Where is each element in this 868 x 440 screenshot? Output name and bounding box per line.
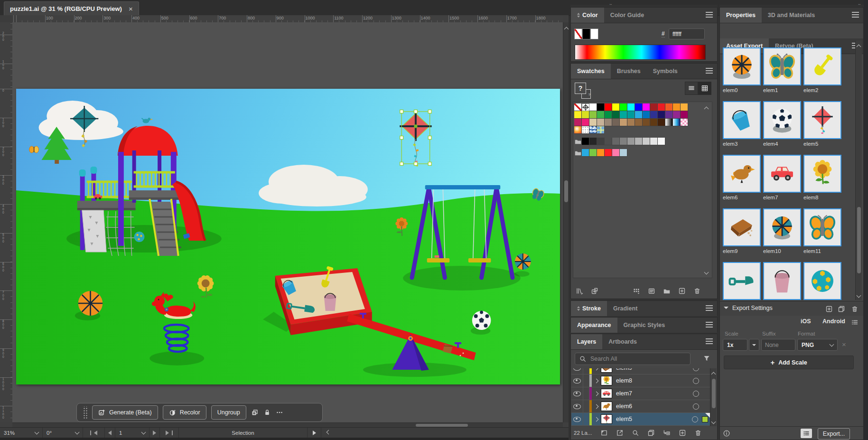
- asset-label[interactable]: elem10: [763, 248, 801, 254]
- tab-brushes[interactable]: Brushes: [611, 64, 647, 79]
- asset-label[interactable]: elem11: [803, 248, 841, 254]
- asset-item-elem0[interactable]: elem0: [723, 47, 761, 93]
- asset-item[interactable]: [803, 262, 841, 300]
- swatch[interactable]: [658, 111, 665, 119]
- swatch[interactable]: [643, 103, 650, 111]
- swatch[interactable]: [582, 138, 589, 145]
- panel-menu-icon[interactable]: [706, 322, 713, 328]
- close-tab-icon[interactable]: ×: [129, 5, 133, 13]
- panel-menu-icon[interactable]: [706, 68, 713, 75]
- swatch[interactable]: [681, 119, 688, 126]
- panel-menu-icon[interactable]: [706, 338, 713, 345]
- asset-item-elem4[interactable]: elem4: [763, 101, 801, 147]
- swatch[interactable]: [620, 119, 627, 126]
- swatch[interactable]: [627, 138, 635, 145]
- grid-view-button[interactable]: [698, 82, 711, 95]
- expand-chevron-icon[interactable]: [594, 378, 599, 383]
- swatch[interactable]: [589, 149, 597, 157]
- asset-label[interactable]: elem1: [763, 87, 801, 93]
- layer-thumbnail[interactable]: [601, 368, 612, 373]
- asset-thumbnail[interactable]: [803, 208, 841, 246]
- swatch[interactable]: [612, 149, 620, 157]
- asset-thumbnail[interactable]: [803, 155, 841, 193]
- expand-chevron-icon[interactable]: [594, 404, 599, 409]
- swatch[interactable]: [658, 119, 665, 126]
- swatch[interactable]: [665, 111, 673, 119]
- swatch[interactable]: [635, 138, 643, 145]
- artboard[interactable]: [16, 89, 560, 384]
- layer-name[interactable]: elem5: [616, 416, 692, 422]
- ruler-origin[interactable]: [0, 15, 13, 23]
- visibility-toggle[interactable]: [571, 400, 583, 412]
- layer-name[interactable]: elem6: [616, 403, 693, 410]
- swatch[interactable]: [673, 103, 681, 111]
- panel-menu-icon[interactable]: [706, 12, 713, 19]
- swatch[interactable]: [650, 138, 658, 145]
- tab-graphic-styles[interactable]: Graphic Styles: [617, 318, 672, 333]
- ios-button[interactable]: iOS: [801, 318, 811, 325]
- settings-list-icon[interactable]: [851, 318, 859, 326]
- asset-item-elem9[interactable]: elem9: [723, 208, 761, 254]
- asset-label[interactable]: elem9: [723, 248, 761, 254]
- status-play-icon[interactable]: [307, 428, 321, 438]
- color-group-folder-icon[interactable]: [574, 138, 582, 145]
- swatch[interactable]: [612, 138, 620, 145]
- swatch-kinds-icon[interactable]: [633, 287, 640, 295]
- search-input[interactable]: [589, 355, 672, 363]
- info-icon[interactable]: [723, 430, 730, 437]
- swatch[interactable]: [597, 138, 605, 145]
- rotation-dropdown[interactable]: 0°: [43, 428, 83, 438]
- layer-thumbnail[interactable]: [601, 402, 612, 411]
- teal-ball[interactable]: [134, 232, 145, 242]
- lock-toggle[interactable]: [583, 413, 589, 425]
- swatch[interactable]: [605, 111, 612, 119]
- color-group-folder-icon[interactable]: [574, 149, 582, 157]
- asset-item-elem1[interactable]: elem1: [763, 47, 801, 93]
- swatch[interactable]: [605, 119, 612, 126]
- asset-item-elem8[interactable]: elem8: [803, 155, 841, 200]
- ruler-horizontal[interactable]: 1002003004005006007008009001000110012001…: [12, 15, 563, 23]
- asset-item-elem10[interactable]: elem10: [763, 208, 801, 254]
- hex-input[interactable]: [669, 28, 705, 39]
- swatch[interactable]: [582, 126, 589, 134]
- canvas[interactable]: Generate (Beta) Recolor Ungroup: [12, 22, 563, 422]
- suffix-input[interactable]: [761, 339, 795, 351]
- swatch[interactable]: [635, 103, 643, 111]
- swatch[interactable]: [597, 149, 605, 157]
- pinwheel-ball[interactable]: [514, 253, 531, 277]
- swatch[interactable]: [673, 119, 681, 126]
- asset-thumbnail[interactable]: [723, 155, 761, 193]
- recolor-button[interactable]: Recolor: [163, 405, 206, 420]
- asset-thumbnail[interactable]: [763, 155, 801, 193]
- swatch[interactable]: [658, 138, 665, 145]
- swatch[interactable]: [582, 149, 589, 157]
- swatch[interactable]: [597, 111, 605, 119]
- generate-button[interactable]: Generate (Beta): [92, 405, 158, 420]
- asset-thumbnail[interactable]: [763, 101, 801, 139]
- swatch[interactable]: [612, 103, 620, 111]
- swatch[interactable]: [681, 111, 688, 119]
- swatch[interactable]: [620, 103, 627, 111]
- swatch-scroll-area[interactable]: [573, 102, 712, 278]
- tab-appearance[interactable]: Appearance: [571, 318, 617, 333]
- asset-thumbnail[interactable]: [723, 101, 761, 139]
- tab-symbols[interactable]: Symbols: [647, 64, 684, 79]
- export-list-toggle[interactable]: [801, 429, 812, 438]
- asset-label[interactable]: elem6: [723, 195, 761, 200]
- swatch[interactable]: [620, 149, 627, 157]
- ruler-vertical[interactable]: 2 0 01 0 001 0 02 0 03 0 04 0 05 0 06 0 …: [0, 22, 13, 422]
- swatch[interactable]: [574, 126, 582, 134]
- duplicate-asset-icon[interactable]: [838, 305, 845, 313]
- swatch[interactable]: [643, 111, 650, 119]
- android-button[interactable]: Android: [822, 318, 845, 325]
- layer-name[interactable]: elem9: [616, 368, 693, 371]
- color-spectrum-bar[interactable]: [575, 45, 706, 60]
- export-settings-header[interactable]: Export Settings: [720, 301, 863, 316]
- asset-item-elem5[interactable]: elem5: [803, 101, 841, 147]
- layer-row-elem9[interactable]: elem9: [571, 368, 711, 374]
- asset-thumbnail[interactable]: [723, 208, 761, 246]
- swatch[interactable]: [605, 138, 612, 145]
- expand-chevron-icon[interactable]: [594, 417, 599, 421]
- asset-item-elem2[interactable]: elem2: [803, 47, 841, 93]
- new-layer-icon[interactable]: [679, 429, 686, 437]
